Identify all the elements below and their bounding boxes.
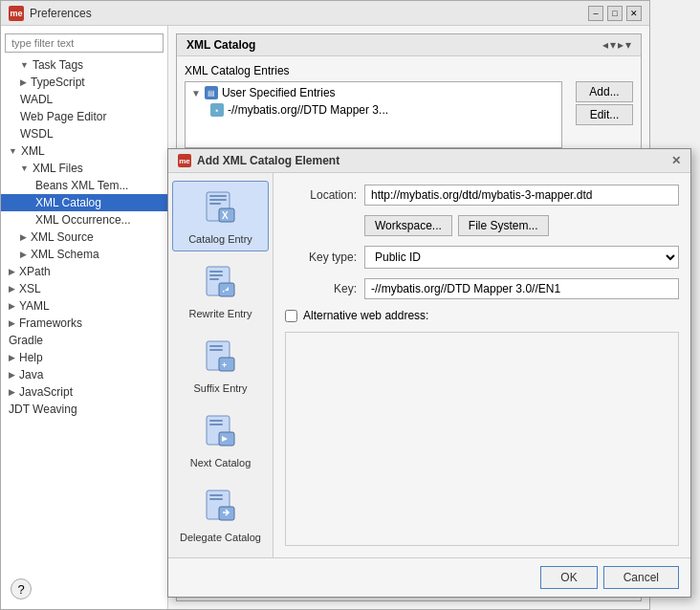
key-label: Key: <box>285 282 357 295</box>
expand-icon: ▶ <box>9 353 15 362</box>
expand-icon: ▼ <box>20 163 29 173</box>
sidebar-item-xsl[interactable]: ▶ XSL <box>1 280 167 297</box>
list-item[interactable]: ▪ -//mybatis.org//DTD Mapper 3... <box>187 101 559 119</box>
expand-icon: ▶ <box>20 77 27 87</box>
sidebar-item-label: XML Occurrence... <box>35 213 131 227</box>
sidebar-item-yaml[interactable]: ▶ YAML <box>1 297 167 315</box>
svg-rect-1 <box>209 195 227 197</box>
file-system-button[interactable]: File System... <box>458 215 549 236</box>
nav-forward-button[interactable]: ▸ <box>618 38 623 52</box>
icon-panel: X Catalog Entry Rewrite <box>168 173 273 557</box>
sidebar-item-label: JDT Weaving <box>9 403 77 416</box>
ok-button[interactable]: OK <box>540 566 597 589</box>
sidebar-item-label: XML Source <box>31 230 94 244</box>
add-button[interactable]: Add... <box>576 81 633 102</box>
list-item[interactable]: ▼ ▤ User Specified Entries <box>187 84 559 101</box>
expand-icon: ▼ <box>191 88 201 98</box>
sidebar-item-label: XML Schema <box>31 248 99 261</box>
key-input[interactable] <box>364 278 679 299</box>
sidebar-item-javascript[interactable]: ▶ JavaScript <box>1 383 167 401</box>
sidebar-item-label: XPath <box>19 265 51 278</box>
titlebar-buttons: – □ ✕ <box>588 6 642 21</box>
sidebar-item-java[interactable]: ▶ Java <box>1 366 167 383</box>
sidebar-item-typescript[interactable]: ▶ TypeScript <box>1 74 167 91</box>
add-xml-catalog-dialog: me Add XML Catalog Element ✕ X <box>167 148 691 598</box>
edit-button[interactable]: Edit... <box>576 104 633 125</box>
sidebar-item-label: Task Tags <box>33 58 83 72</box>
minimize-button[interactable]: – <box>588 6 603 21</box>
dialog-title: Add XML Catalog Element <box>197 154 339 167</box>
svg-rect-8 <box>209 274 223 276</box>
maximize-button[interactable]: □ <box>607 6 623 21</box>
sidebar-item-webpageeditor[interactable]: Web Page Editor <box>1 108 167 125</box>
sidebar-item-beansxmltem[interactable]: Beans XML Tem... <box>1 177 167 194</box>
suffix-entry-item[interactable]: + Suffix Entry <box>172 330 269 401</box>
help-button[interactable]: ? <box>11 578 32 599</box>
catalog-entry-label: Catalog Entry <box>188 233 252 245</box>
svg-text:X: X <box>222 210 229 221</box>
sidebar-item-wsdl[interactable]: WSDL <box>1 125 167 142</box>
next-catalog-item[interactable]: Next Catalog <box>172 404 269 475</box>
key-type-select[interactable]: Public ID System ID URI <box>364 246 679 269</box>
sidebar-item-label: YAML <box>19 299 50 313</box>
svg-rect-9 <box>209 278 219 280</box>
window-titlebar: me Preferences – □ ✕ <box>1 1 649 26</box>
catalog-entry-item[interactable]: X Catalog Entry <box>172 181 269 251</box>
svg-text:+: + <box>222 360 227 370</box>
sidebar-item-label: Web Page Editor <box>20 110 107 123</box>
svg-rect-13 <box>209 349 223 351</box>
workspace-button[interactable]: Workspace... <box>364 215 452 236</box>
sidebar-item-xpath[interactable]: ▶ XPath <box>1 263 167 280</box>
search-input[interactable] <box>5 33 164 53</box>
delegate-catalog-item[interactable]: Delegate Catalog <box>172 479 269 550</box>
sidebar-item-gradle[interactable]: Gradle <box>1 332 167 349</box>
expand-icon: ▶ <box>9 284 15 294</box>
sidebar-item-label: XSL <box>19 282 41 295</box>
rewrite-entry-item[interactable]: Rewrite Entry <box>172 255 269 326</box>
sidebar-item-xmlfiles[interactable]: ▼ XML Files <box>1 160 167 177</box>
nav-back-button[interactable]: ◂ <box>602 38 608 52</box>
sidebar-item-label: WADL <box>20 93 53 106</box>
svg-rect-3 <box>209 203 221 205</box>
expand-icon: ▶ <box>9 267 15 276</box>
key-type-row: Key type: Public ID System ID URI <box>285 246 679 269</box>
sidebar-item-xml[interactable]: ▼ XML <box>1 142 167 160</box>
sidebar-item-label: XML Catalog <box>35 196 101 209</box>
location-input[interactable] <box>364 185 679 206</box>
sidebar-item-frameworks[interactable]: ▶ Frameworks <box>1 315 167 332</box>
alt-web-checkbox[interactable] <box>285 310 297 322</box>
dialog-close-button[interactable]: ✕ <box>671 154 681 167</box>
sidebar-item-help[interactable]: ▶ Help <box>1 349 167 366</box>
sidebar-item-xmlcatalog[interactable]: XML Catalog <box>1 194 167 211</box>
nav-menu-button[interactable]: ▾ <box>625 38 631 52</box>
nav-buttons: ◂ ▾ ▸ ▾ <box>602 38 631 52</box>
sidebar-item-task-tags[interactable]: ▼ Task Tags <box>1 56 167 74</box>
dialog-titlebar: me Add XML Catalog Element ✕ <box>168 149 690 173</box>
window-title: Preferences <box>30 7 92 20</box>
sidebar-item-xmloccurrences[interactable]: XML Occurrence... <box>1 211 167 229</box>
expand-icon: ▶ <box>20 250 27 259</box>
sidebar-item-label: WSDL <box>20 127 54 141</box>
nav-dropdown-button[interactable]: ▾ <box>610 38 616 52</box>
expand-icon: ▼ <box>9 146 17 156</box>
sidebar-item-wadl[interactable]: WADL <box>1 91 167 108</box>
sidebar-item-xmlsource[interactable]: ▶ XML Source <box>1 229 167 246</box>
sidebar-item-jdtweaving[interactable]: JDT Weaving <box>1 401 167 418</box>
entry-label: -//mybatis.org//DTD Mapper 3... <box>228 103 388 117</box>
sidebar: ▼ Task Tags ▶ TypeScript WADL Web Page E… <box>1 26 168 609</box>
entries-list: ▼ ▤ User Specified Entries ▪ -//mybatis.… <box>185 81 562 148</box>
rewrite-entry-label: Rewrite Entry <box>188 308 252 319</box>
sidebar-item-label: Beans XML Tem... <box>35 179 128 192</box>
key-row: Key: <box>285 278 679 299</box>
close-window-button[interactable]: ✕ <box>626 6 642 21</box>
sidebar-item-label: XML <box>21 144 45 158</box>
rewrite-entry-icon <box>200 262 242 304</box>
sidebar-item-label: Gradle <box>9 334 43 347</box>
dialog-footer: OK Cancel <box>168 557 690 597</box>
cancel-button[interactable]: Cancel <box>603 566 679 589</box>
sidebar-item-label: Java <box>19 368 43 381</box>
svg-rect-22 <box>209 498 223 500</box>
catalog-entry-icon: X <box>200 187 242 229</box>
location-buttons-row: Workspace... File System... <box>364 215 679 236</box>
sidebar-item-xmlschema[interactable]: ▶ XML Schema <box>1 246 167 263</box>
